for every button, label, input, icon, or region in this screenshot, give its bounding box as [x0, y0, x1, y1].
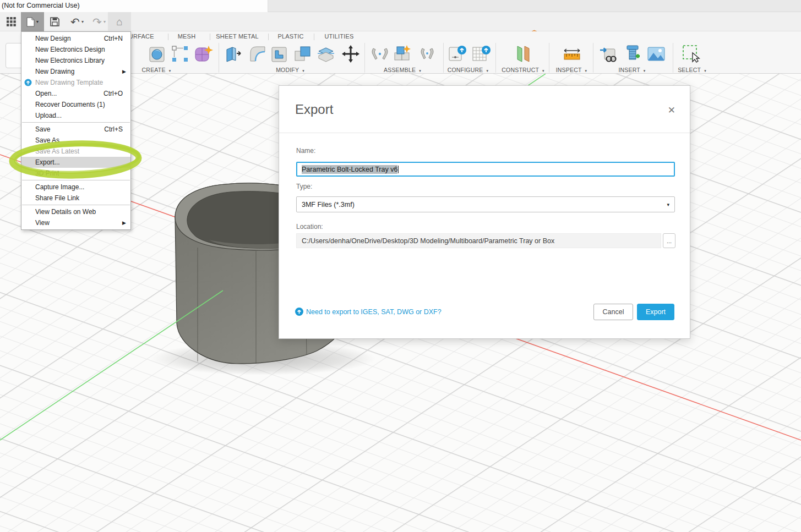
- submenu-arrow-icon: ▶: [122, 69, 126, 74]
- cancel-button[interactable]: Cancel: [593, 304, 633, 320]
- insert-canvas-icon[interactable]: [646, 43, 666, 65]
- undo-icon: ↶: [70, 17, 80, 28]
- app-grid-icon: [7, 17, 16, 26]
- menu-item-new-drawing[interactable]: New Drawing▶: [21, 66, 130, 77]
- insert-derive-icon[interactable]: [599, 43, 619, 65]
- menu-item-new-electronics-design[interactable]: New Electronics Design: [21, 44, 130, 55]
- menu-item-export[interactable]: Export...: [21, 157, 130, 168]
- menu-item-recover-documents[interactable]: Recover Documents (1): [21, 99, 130, 110]
- group-divider: [219, 43, 219, 73]
- menu-item-view-details-on-web[interactable]: View Details on Web: [21, 206, 130, 217]
- insert-fastener-icon[interactable]: [623, 43, 642, 65]
- menu-item-save-as[interactable]: Save As: [21, 135, 130, 146]
- menu-separator: [22, 205, 130, 205]
- export-dialog-header: Export ✕: [279, 86, 690, 133]
- redo-caret: ▾: [103, 19, 106, 24]
- menu-item-save[interactable]: SaveCtrl+S: [21, 124, 130, 135]
- pattern-icon[interactable]: [170, 43, 190, 65]
- type-select-value: 3MF Files (*.3mf): [302, 201, 355, 209]
- cloud-arrow-icon: [24, 79, 32, 86]
- menu-item-new-electronics-library[interactable]: New Electronics Library: [21, 55, 130, 66]
- file-icon: [26, 17, 35, 27]
- joint-origin-icon[interactable]: [417, 43, 437, 65]
- menu-separator: [22, 180, 130, 180]
- tab-mesh[interactable]: MESH: [178, 33, 196, 40]
- export-help-link-text: Need to export to IGES, SAT, DWG or DXF?: [306, 308, 442, 316]
- menu-item-3d-print[interactable]: 3D Print: [21, 168, 130, 179]
- joint-icon[interactable]: [370, 43, 390, 65]
- tab-utilities[interactable]: UTILITIES: [324, 33, 353, 40]
- menu-item-new-drawing-template[interactable]: New Drawing Template: [21, 77, 130, 88]
- browse-button[interactable]: ...: [663, 233, 675, 248]
- group-divider: [673, 43, 673, 73]
- undo-button[interactable]: ↶ ▾: [66, 12, 88, 31]
- tab-sheet-metal[interactable]: SHEET METAL: [216, 33, 259, 40]
- close-icon[interactable]: ✕: [668, 105, 675, 116]
- combine-icon[interactable]: [293, 43, 313, 65]
- split-body-icon[interactable]: [316, 43, 336, 65]
- select-icon[interactable]: [682, 43, 701, 65]
- group-configure[interactable]: CONFIGURE ▾: [448, 67, 489, 73]
- configure-doc-icon[interactable]: [448, 43, 467, 65]
- export-button[interactable]: Export: [637, 304, 674, 320]
- menu-item-share-file-link[interactable]: Share File Link: [21, 193, 130, 204]
- measure-icon[interactable]: [562, 43, 582, 65]
- location-label: Location:: [296, 223, 323, 231]
- form-mesh-icon[interactable]: [194, 43, 214, 65]
- quick-access-toolbar: ▾ ↶ ▾ ↷ ▾ ⌂ Parametric: [0, 12, 801, 31]
- menu-item-capture-image[interactable]: Capture Image...: [21, 182, 130, 193]
- save-icon: [50, 17, 59, 26]
- group-divider: [495, 43, 496, 73]
- group-divider: [593, 43, 593, 73]
- menu-item-upload[interactable]: Upload...: [21, 110, 130, 121]
- construct-plane-icon[interactable]: [513, 43, 533, 65]
- type-select[interactable]: 3MF Files (*.3mf) ▾: [296, 196, 675, 212]
- tab-divider: [268, 34, 269, 40]
- menu-item-save-as-latest[interactable]: Save As Latest: [21, 146, 130, 157]
- name-input-selected-text: Parametric Bolt-Locked Tray v6: [302, 165, 397, 174]
- fillet-icon[interactable]: [248, 43, 268, 65]
- menu-item-view[interactable]: View▶: [21, 217, 130, 228]
- menu-separator: [22, 122, 130, 123]
- redo-icon: ↷: [92, 17, 102, 28]
- file-menu-caret: ▾: [36, 19, 39, 24]
- shell-icon[interactable]: [270, 43, 290, 65]
- location-field: C:/Users/denha/OneDrive/Desktop/3D Model…: [296, 233, 661, 248]
- group-select[interactable]: SELECT ▾: [678, 67, 706, 73]
- group-divider: [549, 43, 549, 73]
- group-create[interactable]: CREATE ▾: [142, 67, 171, 73]
- redo-button[interactable]: ↷ ▾: [88, 12, 110, 31]
- home-view-button[interactable]: ⌂: [108, 12, 131, 31]
- file-menu: New DesignCtrl+N New Electronics Design …: [21, 31, 131, 230]
- sphere-cube-icon[interactable]: [148, 43, 167, 65]
- save-button[interactable]: [46, 12, 63, 31]
- fusion360-window: (Not for Commercial Use) ▾: [0, 0, 801, 532]
- chevron-down-icon: ▾: [667, 202, 669, 207]
- app-grid-button[interactable]: [3, 12, 19, 31]
- group-construct[interactable]: CONSTRUCT ▾: [502, 67, 544, 73]
- tab-divider: [168, 34, 168, 40]
- configure-table-icon[interactable]: [471, 43, 491, 65]
- name-input[interactable]: Parametric Bolt-Locked Tray v6: [296, 162, 675, 177]
- move-icon[interactable]: [341, 43, 361, 65]
- tab-divider: [314, 34, 314, 40]
- group-modify[interactable]: MODIFY ▾: [276, 67, 304, 73]
- os-titlebar: (Not for Commercial Use): [0, 0, 801, 12]
- group-inspect[interactable]: INSPECT ▾: [556, 67, 587, 73]
- group-insert[interactable]: INSERT ▾: [618, 67, 645, 73]
- name-label: Name:: [296, 147, 315, 155]
- group-assemble[interactable]: ASSEMBLE ▾: [384, 67, 421, 73]
- new-component-icon[interactable]: [393, 43, 412, 65]
- tab-divider: [210, 34, 210, 40]
- export-help-link[interactable]: Need to export to IGES, SAT, DWG or DXF?: [295, 308, 442, 316]
- menu-item-open[interactable]: Open...Ctrl+O: [21, 88, 130, 99]
- undo-caret: ▾: [81, 19, 84, 24]
- submenu-arrow-icon: ▶: [122, 220, 126, 226]
- menu-item-new-design[interactable]: New DesignCtrl+N: [21, 33, 130, 44]
- group-divider: [443, 43, 444, 73]
- press-pull-icon[interactable]: [224, 43, 243, 65]
- home-icon: ⌂: [116, 16, 122, 28]
- tab-plastic[interactable]: PLASTIC: [277, 33, 303, 40]
- file-menu-button[interactable]: ▾: [21, 12, 44, 31]
- export-dialog: Export ✕ Name: Parametric Bolt-Locked Tr…: [279, 85, 690, 339]
